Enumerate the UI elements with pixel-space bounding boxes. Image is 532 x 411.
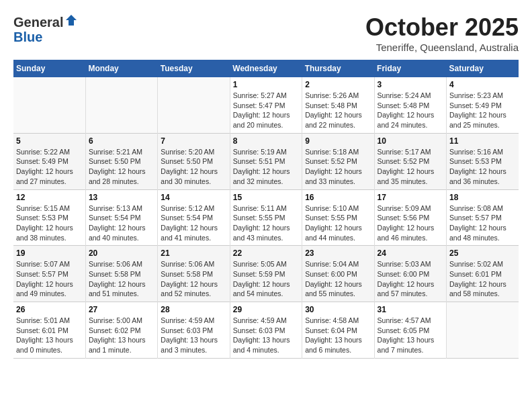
weekday-friday: Friday [374,60,446,77]
calendar-cell: 6Sunrise: 5:21 AM Sunset: 5:50 PM Daylig… [85,133,157,189]
day-number: 25 [449,248,516,258]
day-number: 8 [233,136,299,146]
day-info: Sunrise: 5:04 AM Sunset: 6:00 PM Dayligh… [305,259,371,299]
day-info: Sunrise: 5:00 AM Sunset: 6:02 PM Dayligh… [89,316,154,355]
day-number: 10 [378,136,443,146]
day-info: Sunrise: 5:13 AM Sunset: 5:54 PM Dayligh… [89,203,154,243]
day-number: 22 [233,248,299,258]
weekday-wednesday: Wednesday [230,60,302,77]
svg-marker-0 [66,15,77,26]
day-info: Sunrise: 5:21 AM Sunset: 5:50 PM Dayligh… [89,147,154,187]
calendar-cell: 10Sunrise: 5:17 AM Sunset: 5:52 PM Dayli… [374,133,446,189]
day-number: 1 [233,80,299,89]
day-number: 30 [305,305,371,314]
day-info: Sunrise: 5:10 AM Sunset: 5:55 PM Dayligh… [305,203,371,243]
calendar-cell: 9Sunrise: 5:18 AM Sunset: 5:52 PM Daylig… [302,133,374,189]
calendar-cell: 5Sunrise: 5:22 AM Sunset: 5:49 PM Daylig… [13,133,85,189]
month-title: October 2025 [365,13,519,42]
calendar-cell [447,302,519,359]
calendar-cell: 26Sunrise: 5:01 AM Sunset: 6:01 PM Dayli… [13,302,85,359]
day-info: Sunrise: 5:17 AM Sunset: 5:52 PM Dayligh… [378,147,443,187]
day-info: Sunrise: 5:27 AM Sunset: 5:47 PM Dayligh… [233,91,299,130]
location: Teneriffe, Queensland, Australia [365,42,519,53]
day-info: Sunrise: 5:24 AM Sunset: 5:48 PM Dayligh… [378,91,443,130]
day-info: Sunrise: 5:09 AM Sunset: 5:56 PM Dayligh… [378,203,443,243]
day-info: Sunrise: 5:22 AM Sunset: 5:49 PM Dayligh… [16,147,83,187]
day-number: 6 [89,136,154,146]
calendar-cell [13,77,85,133]
day-info: Sunrise: 5:02 AM Sunset: 6:01 PM Dayligh… [449,259,516,299]
calendar-cell [158,77,230,133]
logo-blue: Blue [13,30,42,44]
day-number: 16 [305,193,371,202]
calendar-cell: 14Sunrise: 5:12 AM Sunset: 5:54 PM Dayli… [158,189,230,246]
calendar-cell: 13Sunrise: 5:13 AM Sunset: 5:54 PM Dayli… [85,189,157,246]
calendar-cell: 1Sunrise: 5:27 AM Sunset: 5:47 PM Daylig… [230,77,302,133]
day-number: 2 [305,80,371,89]
calendar-week-2: 5Sunrise: 5:22 AM Sunset: 5:49 PM Daylig… [13,133,519,189]
weekday-monday: Monday [85,60,157,77]
day-number: 18 [449,193,516,202]
day-number: 17 [378,193,443,202]
weekday-saturday: Saturday [447,60,519,77]
calendar-header: SundayMondayTuesdayWednesdayThursdayFrid… [13,60,519,77]
day-number: 24 [378,248,443,258]
logo-icon [64,13,78,27]
day-info: Sunrise: 5:19 AM Sunset: 5:51 PM Dayligh… [233,147,299,187]
day-info: Sunrise: 4:57 AM Sunset: 6:05 PM Dayligh… [378,316,443,355]
calendar-cell: 27Sunrise: 5:00 AM Sunset: 6:02 PM Dayli… [85,302,157,359]
day-info: Sunrise: 5:05 AM Sunset: 5:59 PM Dayligh… [233,259,299,299]
day-number: 21 [161,248,226,258]
calendar-cell: 18Sunrise: 5:08 AM Sunset: 5:57 PM Dayli… [447,189,519,246]
calendar-week-1: 1Sunrise: 5:27 AM Sunset: 5:47 PM Daylig… [13,77,519,133]
calendar-cell: 22Sunrise: 5:05 AM Sunset: 5:59 PM Dayli… [230,246,302,302]
calendar-cell: 21Sunrise: 5:06 AM Sunset: 5:58 PM Dayli… [158,246,230,302]
calendar-cell: 24Sunrise: 5:03 AM Sunset: 6:00 PM Dayli… [374,246,446,302]
day-number: 14 [161,193,226,202]
day-number: 29 [233,305,299,314]
weekday-tuesday: Tuesday [158,60,230,77]
title-block: October 2025 Teneriffe, Queensland, Aust… [365,13,519,53]
day-info: Sunrise: 5:26 AM Sunset: 5:48 PM Dayligh… [305,91,371,130]
day-number: 31 [378,305,443,314]
day-number: 20 [89,248,154,258]
calendar-cell: 12Sunrise: 5:15 AM Sunset: 5:53 PM Dayli… [13,189,85,246]
day-info: Sunrise: 4:59 AM Sunset: 6:03 PM Dayligh… [161,316,226,355]
calendar-week-3: 12Sunrise: 5:15 AM Sunset: 5:53 PM Dayli… [13,189,519,246]
calendar-cell: 19Sunrise: 5:07 AM Sunset: 5:57 PM Dayli… [13,246,85,302]
weekday-header-row: SundayMondayTuesdayWednesdayThursdayFrid… [13,60,519,77]
day-number: 3 [378,80,443,89]
calendar-cell: 8Sunrise: 5:19 AM Sunset: 5:51 PM Daylig… [230,133,302,189]
calendar-week-4: 19Sunrise: 5:07 AM Sunset: 5:57 PM Dayli… [13,246,519,302]
logo: General Blue [13,13,78,44]
day-info: Sunrise: 5:01 AM Sunset: 6:01 PM Dayligh… [16,316,83,355]
day-number: 26 [16,305,83,314]
calendar-cell: 2Sunrise: 5:26 AM Sunset: 5:48 PM Daylig… [302,77,374,133]
calendar-cell: 20Sunrise: 5:06 AM Sunset: 5:58 PM Dayli… [85,246,157,302]
day-info: Sunrise: 4:58 AM Sunset: 6:04 PM Dayligh… [305,316,371,355]
calendar-cell: 25Sunrise: 5:02 AM Sunset: 6:01 PM Dayli… [447,246,519,302]
day-info: Sunrise: 5:18 AM Sunset: 5:52 PM Dayligh… [305,147,371,187]
day-number: 13 [89,193,154,202]
day-info: Sunrise: 5:03 AM Sunset: 6:00 PM Dayligh… [378,259,443,299]
day-info: Sunrise: 5:11 AM Sunset: 5:55 PM Dayligh… [233,203,299,243]
weekday-thursday: Thursday [302,60,374,77]
day-number: 4 [449,80,516,89]
calendar-cell [85,77,157,133]
logo-general: General [13,15,63,30]
day-number: 7 [161,136,226,146]
calendar-cell: 29Sunrise: 4:59 AM Sunset: 6:03 PM Dayli… [230,302,302,359]
calendar-cell: 3Sunrise: 5:24 AM Sunset: 5:48 PM Daylig… [374,77,446,133]
calendar-cell: 30Sunrise: 4:58 AM Sunset: 6:04 PM Dayli… [302,302,374,359]
day-info: Sunrise: 5:07 AM Sunset: 5:57 PM Dayligh… [16,259,83,299]
calendar-cell: 16Sunrise: 5:10 AM Sunset: 5:55 PM Dayli… [302,189,374,246]
day-info: Sunrise: 4:59 AM Sunset: 6:03 PM Dayligh… [233,316,299,355]
day-info: Sunrise: 5:06 AM Sunset: 5:58 PM Dayligh… [161,259,226,299]
day-info: Sunrise: 5:23 AM Sunset: 5:49 PM Dayligh… [449,91,516,130]
day-info: Sunrise: 5:06 AM Sunset: 5:58 PM Dayligh… [89,259,154,299]
calendar-cell: 15Sunrise: 5:11 AM Sunset: 5:55 PM Dayli… [230,189,302,246]
calendar-cell: 11Sunrise: 5:16 AM Sunset: 5:53 PM Dayli… [447,133,519,189]
day-number: 5 [16,136,83,146]
weekday-sunday: Sunday [13,60,85,77]
calendar-table: SundayMondayTuesdayWednesdayThursdayFrid… [13,60,519,359]
